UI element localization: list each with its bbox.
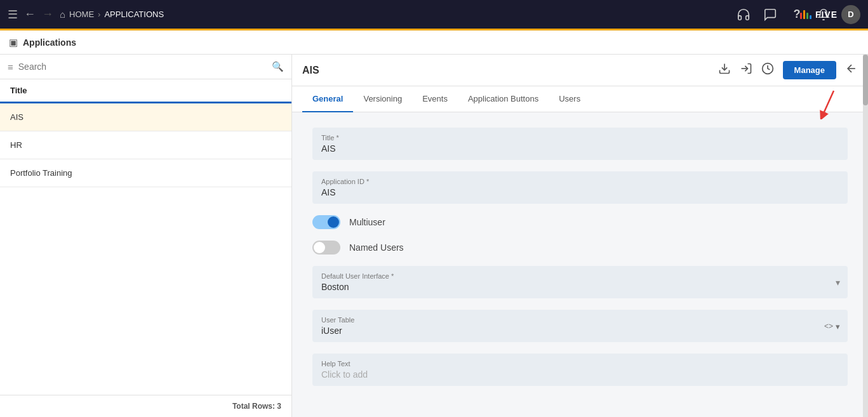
title-label: Title *	[321, 134, 839, 142]
home-label[interactable]: HOME	[69, 10, 94, 19]
title-value: AIS	[321, 143, 336, 154]
content-panel: AIS Manage	[292, 55, 868, 417]
user-avatar[interactable]: D	[841, 5, 860, 24]
breadcrumb-separator: ›	[98, 10, 100, 19]
content-title: AIS	[302, 65, 319, 76]
search-input[interactable]	[18, 62, 267, 72]
download-icon[interactable]	[718, 62, 731, 78]
sidebar-column-header: Title	[0, 79, 291, 103]
back-nav-icon[interactable]: ←	[24, 8, 36, 21]
user-table-label: User Table	[321, 316, 816, 324]
default-ui-field-wrapper[interactable]: Default User Interface * Boston ▾	[312, 266, 848, 298]
form-area: Title * AIS Application ID * AIS Multius…	[292, 112, 868, 417]
clock-icon[interactable]	[761, 62, 774, 78]
tab-events[interactable]: Events	[412, 86, 458, 112]
tabs: General Versioning Events Application Bu…	[292, 86, 868, 112]
title-field-wrapper[interactable]: Title * AIS	[312, 128, 848, 160]
content-header: AIS Manage	[292, 55, 868, 86]
subheader: ▣ Applications	[0, 30, 868, 55]
home-icon: ⌂	[60, 9, 65, 20]
app-id-value: AIS	[321, 187, 336, 197]
sidebar-footer: Total Rows: 3	[0, 395, 291, 417]
forward-nav-icon[interactable]: →	[42, 8, 53, 21]
sidebar: ≡ 🔍 Title AIS HR Portfolio Training Tota…	[0, 55, 292, 417]
named-users-toggle[interactable]	[312, 241, 340, 255]
menu-icon[interactable]: ☰	[8, 8, 18, 22]
content-actions: Manage	[718, 61, 858, 79]
subheader-title: Applications	[23, 37, 76, 48]
help-text-placeholder: Click to add	[321, 369, 368, 380]
help-text-field-wrapper[interactable]: Help Text Click to add	[312, 354, 848, 386]
default-ui-field: Default User Interface * Boston ▾	[312, 266, 848, 298]
multiuser-label: Multiuser	[349, 217, 385, 227]
tab-versioning[interactable]: Versioning	[353, 86, 412, 112]
help-text-field: Help Text Click to add	[312, 354, 848, 386]
user-table-icons: <> ▾	[824, 321, 840, 331]
title-field: Title * AIS	[312, 128, 848, 160]
app-id-field-wrapper[interactable]: Application ID * AIS	[312, 171, 848, 204]
named-users-toggle-row: Named Users	[312, 241, 848, 255]
user-table-field-wrapper[interactable]: User Table iUser <> ▾	[312, 310, 848, 342]
topbar-right: ? D	[735, 5, 860, 24]
scrollbar-thumb[interactable]	[863, 55, 868, 105]
sidebar-item-hr[interactable]: HR	[0, 131, 291, 159]
user-table-field: User Table iUser <> ▾	[312, 310, 848, 342]
code-icon[interactable]: <>	[824, 322, 833, 331]
sidebar-search-bar: ≡ 🔍	[0, 55, 291, 79]
multiuser-toggle-row: Multiuser	[312, 215, 848, 229]
tab-general[interactable]: General	[302, 86, 353, 112]
default-ui-dropdown-icon: ▾	[836, 277, 840, 288]
search-icon[interactable]: 🔍	[272, 61, 284, 72]
sidebar-item-portfolio-training[interactable]: Portfolio Training	[0, 159, 291, 187]
manage-button[interactable]: Manage	[783, 61, 836, 79]
sidebar-list: AIS HR Portfolio Training	[0, 103, 291, 395]
headset-icon[interactable]	[735, 6, 752, 23]
help-text-label: Help Text	[321, 360, 839, 367]
back-content-icon[interactable]	[845, 62, 858, 78]
tab-application-buttons[interactable]: Application Buttons	[458, 86, 549, 112]
login-icon[interactable]	[740, 62, 752, 78]
multiuser-toggle[interactable]	[312, 215, 340, 229]
chat-icon[interactable]	[761, 6, 779, 23]
sidebar-item-ais[interactable]: AIS	[0, 103, 291, 131]
tab-users[interactable]: Users	[549, 86, 591, 112]
app-id-field: Application ID * AIS	[312, 171, 848, 204]
user-table-dropdown-icon[interactable]: ▾	[836, 321, 840, 331]
named-users-label: Named Users	[349, 242, 404, 253]
user-table-value: iUser	[321, 326, 342, 336]
topbar-left: ☰ ← → ⌂ HOME › APPLICATIONS	[8, 8, 730, 22]
topbar: ☰ ← → ⌂ HOME › APPLICATIONS ? D	[0, 0, 868, 30]
breadcrumb: ⌂ HOME › APPLICATIONS	[60, 9, 164, 20]
chevron-down-icon: ▾	[836, 277, 840, 288]
scrollbar[interactable]	[863, 55, 868, 417]
applications-label[interactable]: APPLICATIONS	[104, 10, 164, 19]
five-logo: FIVE	[800, 10, 838, 20]
default-ui-label: Default User Interface *	[321, 272, 816, 280]
app-id-label: Application ID *	[321, 178, 839, 185]
main-layout: ≡ 🔍 Title AIS HR Portfolio Training Tota…	[0, 55, 868, 417]
subheader-icon: ▣	[9, 37, 18, 48]
filter-icon: ≡	[8, 62, 13, 72]
default-ui-value: Boston	[321, 282, 349, 292]
